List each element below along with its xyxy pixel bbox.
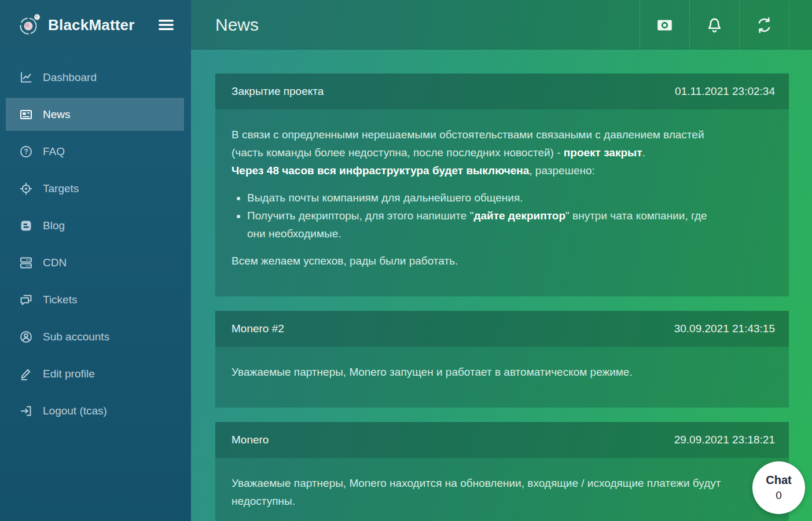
sidebar-item-label: Logout (tcas)	[43, 405, 107, 417]
news-card-header: Monero29.09.2021 23:18:21	[215, 422, 789, 458]
question-circle-icon: ?	[19, 145, 33, 159]
brand-name: BlackMatter	[48, 16, 135, 34]
sidebar-item-label: CDN	[43, 256, 67, 269]
sidebar-item-label: FAQ	[43, 145, 65, 158]
sidebar-item-label: News	[43, 108, 71, 121]
logout-icon	[19, 404, 33, 418]
news-card-title: Закрытие проекта	[232, 85, 324, 98]
pencil-icon	[19, 367, 33, 381]
sidebar-item-cdn[interactable]: CDN	[6, 246, 184, 279]
newspaper-icon	[19, 108, 33, 122]
app-window: BlackMatter News DashboardNews?FAQTarget…	[0, 0, 812, 521]
news-card: Monero29.09.2021 23:18:21Уважаемые партн…	[215, 422, 789, 521]
hamburger-icon[interactable]	[157, 16, 175, 34]
sidebar-item-label: Tickets	[43, 293, 77, 306]
news-card: Закрытие проекта01.11.2021 23:02:34В свя…	[215, 74, 789, 296]
payments-button[interactable]	[640, 0, 689, 50]
chat-label: Chat	[766, 472, 791, 488]
sync-button[interactable]	[739, 0, 789, 50]
news-bullet-list: Выдать почты компаниям для дальнейшего о…	[232, 189, 773, 243]
topbar: News	[191, 0, 812, 50]
sidebar-item-faq[interactable]: ?FAQ	[6, 135, 184, 168]
topbar-spacer	[789, 0, 812, 50]
blogger-icon	[19, 219, 33, 233]
news-card-header: Закрытие проекта01.11.2021 23:02:34	[215, 74, 789, 109]
news-list: Закрытие проекта01.11.2021 23:02:34В свя…	[215, 74, 789, 521]
chat-button[interactable]: Chat 0	[752, 461, 805, 514]
sidebar-item-blog[interactable]: Blog	[6, 209, 184, 242]
notifications-button[interactable]	[689, 0, 739, 50]
sidebar-item-tickets[interactable]: Tickets	[6, 283, 184, 316]
sidebar-item-targets[interactable]: Targets	[6, 172, 184, 205]
news-card-timestamp: 29.09.2021 23:18:21	[674, 434, 775, 446]
news-paragraph: В связи с опредленными нерешаемыми обсто…	[232, 126, 773, 179]
sidebar-item-dashboard[interactable]: Dashboard	[6, 61, 184, 94]
news-card-title: Monero #2	[232, 322, 284, 335]
news-card-timestamp: 30.09.2021 21:43:15	[674, 322, 775, 335]
sidebar-item-edit-profile[interactable]: Edit profile	[6, 357, 184, 390]
news-card-timestamp: 01.11.2021 23:02:34	[675, 85, 775, 98]
payments-icon	[656, 16, 674, 34]
sidebar-item-label: Targets	[43, 182, 79, 195]
news-page: Закрытие проекта01.11.2021 23:02:34В свя…	[191, 50, 812, 521]
notifications-icon	[706, 16, 723, 34]
news-paragraph: Всем желаем успехов, рады были работать.	[232, 252, 773, 270]
news-paragraph: Уважаемые партнеры, Monero находится на …	[232, 474, 773, 510]
brand-bar: BlackMatter	[0, 0, 191, 50]
sidebar-item-logout-tcas[interactable]: Logout (tcas)	[6, 394, 184, 427]
chart-line-icon	[19, 71, 33, 85]
news-card-body: Уважаемые партнеры, Monero находится на …	[215, 458, 789, 521]
sidebar-item-label: Sub accounts	[43, 331, 109, 343]
sidebar-item-label: Blog	[43, 219, 65, 232]
chat-count-badge: 0	[776, 488, 782, 503]
page-title: News	[191, 15, 259, 35]
news-card-title: Monero	[232, 434, 269, 446]
crosshair-icon	[19, 182, 33, 196]
news-card: Monero #230.09.2021 21:43:15Уважаемые па…	[215, 311, 789, 408]
sidebar-item-label: Edit profile	[43, 368, 95, 380]
sidebar-item-sub-accounts[interactable]: Sub accounts	[6, 320, 184, 353]
sidebar-item-news[interactable]: News	[6, 98, 184, 131]
news-card-body: Уважаемые партнеры, Monero запущен и раб…	[215, 347, 789, 408]
news-bullet-item: Выдать почты компаниям для дальнейшего о…	[247, 189, 773, 207]
news-paragraph: Уважаемые партнеры, Monero запущен и раб…	[232, 363, 773, 381]
topbar-actions	[640, 0, 789, 50]
chat-bubbles-icon	[19, 293, 33, 307]
sidebar-nav: DashboardNews?FAQTargetsBlogCDNTicketsSu…	[0, 50, 191, 521]
planet-orbit-icon	[16, 12, 42, 38]
news-card-body: В связи с опредленными нерешаемыми обсто…	[215, 109, 789, 296]
news-card-header: Monero #230.09.2021 21:43:15	[215, 311, 789, 347]
user-circle-icon	[19, 330, 33, 344]
news-bullet-item: Получить декрипторы, для этого напишите …	[247, 207, 773, 243]
svg-text:?: ?	[24, 148, 28, 156]
sync-icon	[755, 16, 773, 34]
sidebar-item-label: Dashboard	[43, 71, 97, 84]
server-icon	[19, 256, 33, 270]
